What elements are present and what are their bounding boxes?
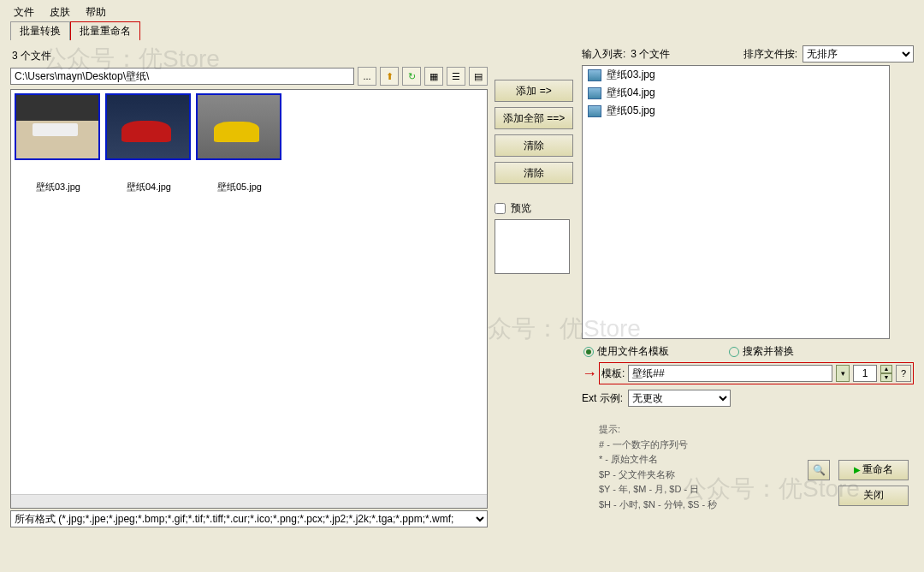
list-item[interactable]: 壁纸03.jpg xyxy=(583,66,889,84)
thumb-item[interactable]: 壁纸04.jpg xyxy=(105,93,192,194)
thumbnail-image xyxy=(198,95,280,158)
magnifier-icon: 🔍 xyxy=(813,464,826,476)
thumbnail-panel: 壁纸03.jpg 壁纸04.jpg 壁纸05.jpg xyxy=(10,89,488,509)
radio-search-replace[interactable]: 搜索并替换 xyxy=(729,344,794,359)
preview-label: 预览 xyxy=(511,201,531,216)
search-preview-button[interactable]: 🔍 xyxy=(808,460,830,480)
thumbnail-image xyxy=(107,95,189,158)
spinner-buttons[interactable]: ▲▼ xyxy=(880,365,892,382)
list-item[interactable]: 壁纸05.jpg xyxy=(583,102,889,120)
menu-skin[interactable]: 皮肤 xyxy=(50,5,70,20)
view-detail-icon[interactable]: ▤ xyxy=(469,67,488,86)
view-list-icon[interactable]: ☰ xyxy=(447,67,465,86)
image-file-icon xyxy=(588,105,601,117)
refresh-icon[interactable]: ↻ xyxy=(402,67,421,86)
input-list-count: 3 个文件 xyxy=(631,47,670,62)
image-file-icon xyxy=(588,69,601,81)
format-filter-select[interactable]: 所有格式 (*.jpg;*.jpe;*.jpeg;*.bmp;*.gif;*.t… xyxy=(10,510,488,527)
add-button[interactable]: 添加 => xyxy=(495,80,573,102)
list-item[interactable]: 壁纸04.jpg xyxy=(583,84,889,102)
path-input[interactable] xyxy=(10,68,354,85)
clear-all-button[interactable]: 清除 xyxy=(495,162,573,184)
menu-help[interactable]: 帮助 xyxy=(86,5,106,20)
tab-batch-convert[interactable]: 批量转换 xyxy=(10,21,70,40)
play-icon: ▶ xyxy=(854,465,861,474)
template-input[interactable] xyxy=(628,365,832,382)
radio-icon xyxy=(729,347,739,357)
view-grid-icon[interactable]: ▦ xyxy=(424,67,443,86)
template-help-button[interactable]: ? xyxy=(896,365,911,382)
sort-select[interactable]: 无排序 xyxy=(803,45,914,63)
thumb-item[interactable]: 壁纸03.jpg xyxy=(15,93,102,194)
menubar: 文件 皮肤 帮助 xyxy=(0,0,924,21)
browse-button[interactable]: ... xyxy=(358,67,376,86)
ext-select[interactable]: 无更改 xyxy=(628,390,731,407)
file-count: 3 个文件 xyxy=(10,45,488,67)
template-row-highlight: 模板: ▾ ▲▼ ? xyxy=(599,362,914,384)
tabs: 批量转换 批量重命名 xyxy=(0,21,924,40)
close-button[interactable]: 关闭 xyxy=(838,486,909,506)
clear-button[interactable]: 清除 xyxy=(495,134,573,157)
tab-batch-rename[interactable]: 批量重命名 xyxy=(70,21,140,40)
up-folder-icon[interactable]: ⬆ xyxy=(380,67,399,86)
start-number-input[interactable] xyxy=(853,365,877,382)
thumb-caption: 壁纸04.jpg xyxy=(105,160,192,194)
sort-label: 排序文件按: xyxy=(743,47,797,62)
thumb-caption: 壁纸03.jpg xyxy=(15,160,102,194)
thumb-caption: 壁纸05.jpg xyxy=(196,160,283,194)
input-file-list[interactable]: 壁纸03.jpg 壁纸04.jpg 壁纸05.jpg xyxy=(582,65,890,339)
preview-checkbox[interactable] xyxy=(495,203,506,214)
input-list-label: 输入列表: xyxy=(582,47,625,62)
add-all-button[interactable]: 添加全部 ==> xyxy=(495,107,573,129)
thumb-item[interactable]: 壁纸05.jpg xyxy=(196,93,283,194)
ext-label: Ext 示例: xyxy=(582,391,623,406)
template-dropdown-icon[interactable]: ▾ xyxy=(836,365,850,382)
rename-button[interactable]: ▶重命名 xyxy=(838,460,909,480)
image-file-icon xyxy=(588,87,601,99)
arrow-indicator-icon: → xyxy=(582,365,597,383)
radio-icon xyxy=(583,347,594,357)
menu-file[interactable]: 文件 xyxy=(14,5,34,20)
template-label: 模板: xyxy=(601,366,625,381)
preview-box xyxy=(495,219,570,274)
thumbnail-image xyxy=(16,95,98,158)
scrollbar-horizontal[interactable] xyxy=(11,494,487,508)
radio-use-template[interactable]: 使用文件名模板 xyxy=(583,344,669,359)
